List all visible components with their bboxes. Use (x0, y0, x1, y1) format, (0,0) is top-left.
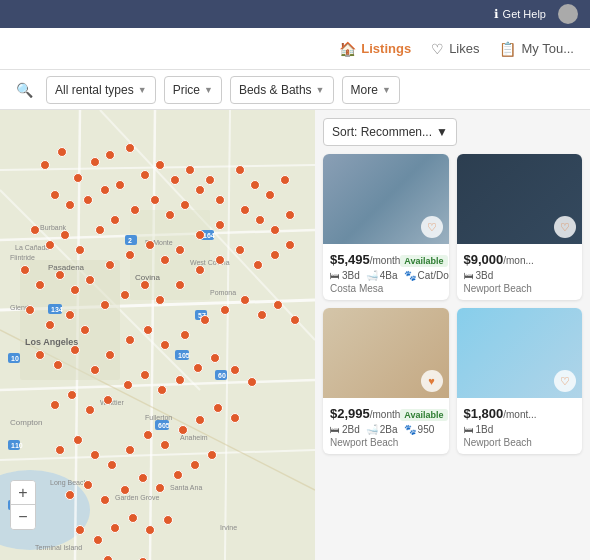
heart-nav-icon: ♡ (431, 41, 444, 57)
zoom-in-button[interactable]: + (11, 481, 35, 505)
listing-pet: 🐾Cat/Dog (404, 270, 449, 281)
listing-info: $2,995/month Available 🛏 2Bd 🛁2Ba 🐾950 N… (323, 398, 449, 454)
listing-details: 🛏 3Bd 🛁4Ba 🐾Cat/Dog (330, 270, 442, 281)
favorite-button[interactable]: ♥ (421, 370, 443, 392)
listing-info: $9,000/mon... 🛏 3Bd Newport Beach (457, 244, 583, 300)
sort-bar: Sort: Recommen... ▼ (323, 118, 582, 146)
sort-label: Sort: Recommen... (332, 125, 432, 139)
chevron-down-icon: ▼ (436, 125, 448, 139)
svg-text:110: 110 (11, 442, 23, 449)
home-icon: 🏠 (339, 41, 356, 57)
listing-info: $1,800/mont... 🛏 1Bd Newport Beach (457, 398, 583, 454)
listing-card[interactable]: ♡ $9,000/mon... 🛏 3Bd Newport Beach (457, 154, 583, 300)
main-content: Los Angeles Pasadena Covina Glend... La … (0, 110, 590, 560)
chevron-down-icon: ▼ (316, 85, 325, 95)
filter-bar: 🔍 All rental types ▼ Price ▼ Beds & Bath… (0, 70, 590, 110)
svg-rect-14 (130, 210, 210, 300)
svg-text:2: 2 (128, 237, 132, 244)
calendar-icon: 📋 (499, 41, 516, 57)
favorite-button[interactable]: ♡ (554, 370, 576, 392)
listing-beds: 🛏 3Bd (464, 270, 494, 281)
nav-listings[interactable]: 🏠 Listings (339, 41, 411, 57)
more-filter[interactable]: More ▼ (342, 76, 400, 104)
bath-icon: 🛁 (366, 424, 378, 435)
pet-icon: 🐾 (404, 270, 416, 281)
listing-details: 🛏 2Bd 🛁2Ba 🐾950 (330, 424, 442, 435)
svg-text:West Covina: West Covina (190, 259, 230, 266)
price-label: Price (173, 83, 200, 97)
nav-bar: 🏠 Listings ♡ Likes 📋 My Tou... (0, 28, 590, 70)
listings-panel: Sort: Recommen... ▼ ♡ $5,495/month Avail… (315, 110, 590, 560)
listing-price: $9,000/mon... (464, 250, 534, 268)
svg-text:Flintride: Flintride (10, 254, 35, 261)
listing-beds: 🛏 3Bd (330, 270, 360, 281)
rental-type-label: All rental types (55, 83, 134, 97)
favorite-button[interactable]: ♡ (421, 216, 443, 238)
svg-text:164: 164 (203, 232, 215, 239)
listing-pet: 🐾950 (404, 424, 435, 435)
price-row: $2,995/month Available (330, 404, 442, 422)
chevron-down-icon: ▼ (382, 85, 391, 95)
nav-my-tours[interactable]: 📋 My Tou... (499, 41, 574, 57)
svg-text:Fullerton: Fullerton (145, 414, 172, 421)
listing-image: ♡ (323, 154, 449, 244)
price-row: $1,800/mont... (464, 404, 576, 422)
favorite-button[interactable]: ♡ (554, 216, 576, 238)
svg-text:Los Angeles: Los Angeles (25, 337, 78, 347)
status-badge: Available (400, 255, 447, 267)
bed-icon: 🛏 (330, 270, 340, 281)
listing-location: Newport Beach (330, 437, 442, 448)
svg-text:Pomona: Pomona (210, 289, 236, 296)
listing-location: Newport Beach (464, 437, 576, 448)
svg-text:Santa Ana: Santa Ana (170, 484, 202, 491)
listing-price: $5,495/month (330, 250, 400, 268)
svg-text:Covina: Covina (135, 273, 160, 282)
svg-text:Whittier: Whittier (100, 399, 124, 406)
svg-text:605: 605 (158, 422, 170, 429)
top-bar-right: ℹ Get Help (494, 4, 578, 24)
svg-rect-13 (20, 260, 120, 380)
svg-text:57: 57 (198, 312, 206, 319)
price-row: $9,000/mon... (464, 250, 576, 268)
listing-beds: 🛏 1Bd (464, 424, 494, 435)
listing-card[interactable]: ♡ $5,495/month Available 🛏 3Bd 🛁4Ba 🐾Cat… (323, 154, 449, 300)
listing-image: ♡ (457, 154, 583, 244)
svg-text:60: 60 (218, 372, 226, 379)
svg-text:Pasadena: Pasadena (48, 263, 85, 272)
sort-select[interactable]: Sort: Recommen... ▼ (323, 118, 457, 146)
map-area[interactable]: Los Angeles Pasadena Covina Glend... La … (0, 110, 315, 560)
nav-listings-label: Listings (361, 41, 411, 56)
get-help-link[interactable]: ℹ Get Help (494, 7, 546, 21)
svg-text:Irvine: Irvine (220, 524, 237, 531)
listing-baths: 🛁4Ba (366, 270, 398, 281)
zoom-out-button[interactable]: − (11, 505, 35, 529)
search-icon-wrap[interactable]: 🔍 (10, 76, 38, 104)
svg-text:105: 105 (178, 352, 190, 359)
listing-price: $1,800/mont... (464, 404, 537, 422)
nav-likes-label: Likes (449, 41, 479, 56)
svg-text:Burbank: Burbank (40, 224, 67, 231)
top-bar: ℹ Get Help (0, 0, 590, 28)
bed-icon: 🛏 (464, 270, 474, 281)
svg-text:Terminal Island: Terminal Island (35, 544, 82, 551)
search-icon: 🔍 (16, 82, 33, 98)
svg-text:Compton: Compton (10, 418, 42, 427)
svg-text:La Cañada: La Cañada (15, 244, 49, 251)
price-filter[interactable]: Price ▼ (164, 76, 222, 104)
listings-grid: ♡ $5,495/month Available 🛏 3Bd 🛁4Ba 🐾Cat… (323, 154, 582, 454)
beds-baths-filter[interactable]: Beds & Baths ▼ (230, 76, 334, 104)
rental-type-filter[interactable]: All rental types ▼ (46, 76, 156, 104)
svg-text:10: 10 (11, 355, 19, 362)
get-help-label: Get Help (503, 8, 546, 20)
listing-card[interactable]: ♡ $1,800/mont... 🛏 1Bd Newport Beach (457, 308, 583, 454)
bed-icon: 🛏 (330, 424, 340, 435)
chevron-down-icon: ▼ (138, 85, 147, 95)
user-avatar[interactable] (558, 4, 578, 24)
beds-baths-label: Beds & Baths (239, 83, 312, 97)
bath-icon: 🛁 (366, 270, 378, 281)
pet-icon: 🐾 (404, 424, 416, 435)
listing-location: Newport Beach (464, 283, 576, 294)
listing-image: ♥ (323, 308, 449, 398)
listing-card[interactable]: ♥ $2,995/month Available 🛏 2Bd 🛁2Ba 🐾950… (323, 308, 449, 454)
nav-likes[interactable]: ♡ Likes (431, 41, 479, 57)
